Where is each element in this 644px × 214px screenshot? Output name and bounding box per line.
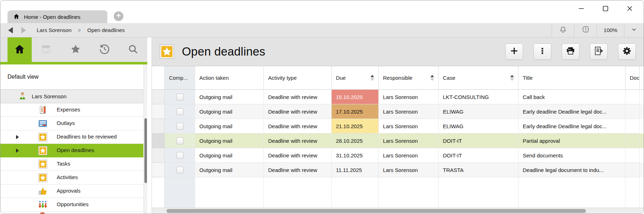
row-selector[interactable] — [152, 148, 165, 163]
maximize-icon — [602, 5, 609, 14]
maximize-button[interactable] — [601, 5, 610, 14]
outlays-card-icon — [38, 119, 47, 128]
sidebar-item-outlays[interactable]: Outlays — [0, 117, 147, 130]
title-cell: Deadline legal document to indu... — [518, 163, 625, 177]
more-options-button[interactable] — [533, 43, 551, 60]
home-icon — [14, 43, 25, 56]
chevron-down-icon — [631, 26, 637, 34]
sidebar-item-label: Open deadlines — [57, 147, 94, 153]
due-cell: 15.10.2025 — [332, 90, 379, 104]
table-row[interactable]: Outgoing mail Deadline with review 15.10… — [152, 90, 644, 104]
case-cell: DOIT-IT — [439, 148, 518, 163]
column-header-due[interactable]: Due — [332, 66, 379, 89]
row-selector[interactable] — [152, 90, 165, 104]
tab-title: Home - Open deadlines — [24, 14, 80, 20]
checkbox[interactable] — [177, 94, 183, 100]
expand-arrow-icon[interactable] — [16, 135, 19, 139]
deadlines-table: Comp... Action taken Activity type Due R… — [152, 66, 644, 214]
sidebar-item-approvals[interactable]: Approvals — [0, 184, 147, 198]
column-header-title[interactable]: Title — [518, 66, 625, 89]
row-selector[interactable] — [152, 104, 165, 119]
activity-type-cell: Deadline with review — [264, 134, 332, 148]
people-opportunities-icon — [38, 200, 47, 209]
column-header-case[interactable]: Case — [439, 66, 518, 89]
due-cell: 21.10.2025 — [332, 119, 379, 134]
sidebar-item-open-deadlines[interactable]: Open deadlines — [0, 144, 147, 157]
home-tab[interactable]: Home - Open deadlines — [7, 10, 107, 23]
sidebar-item-opportunities[interactable]: Opportunities — [0, 198, 147, 212]
print-button[interactable] — [562, 43, 579, 60]
zoom-dropdown-button[interactable] — [624, 23, 644, 37]
sidebar-tab-home[interactable] — [7, 37, 32, 62]
responsible-cell: Lars Sorenson — [379, 104, 439, 119]
back-button[interactable] — [8, 27, 13, 33]
breadcrumb-page[interactable]: Open deadlines — [87, 27, 125, 33]
forward-button[interactable] — [21, 27, 26, 33]
minimize-button[interactable] — [577, 5, 586, 14]
star-badge-icon — [38, 160, 47, 169]
table-row[interactable]: Outgoing mail Deadline with review 21.10… — [152, 119, 644, 134]
sidebar-user-node[interactable]: Lars Sorenson — [0, 90, 147, 103]
sidebar-tab-calendar[interactable] — [40, 37, 52, 62]
sidebar-tab-history[interactable] — [98, 37, 111, 62]
checkbox[interactable] — [177, 137, 183, 144]
sort-arrows-icon[interactable] — [507, 75, 514, 81]
sort-arrows-icon[interactable] — [428, 75, 434, 81]
user-avatar-icon — [18, 92, 27, 101]
navigation-bar: Lars Sorenson > Open deadlines 100% — [0, 23, 644, 37]
horizontal-scrollbar[interactable] — [152, 208, 644, 214]
column-header-action-taken[interactable]: Action taken — [195, 66, 264, 89]
checkbox[interactable] — [177, 152, 183, 159]
horizontal-scrollbar-thumb[interactable] — [167, 209, 586, 213]
sidebar-tab-favorites[interactable] — [70, 37, 82, 62]
table-empty-area — [152, 177, 644, 208]
table-row[interactable]: Outgoing mail Deadline with review 31.10… — [152, 148, 644, 163]
table-row[interactable]: Outgoing mail Deadline with review 28.10… — [152, 134, 644, 148]
settings-button[interactable] — [618, 43, 636, 60]
checkbox[interactable] — [177, 108, 183, 115]
activity-type-cell: Deadline with review — [264, 148, 332, 163]
add-button[interactable] — [505, 43, 523, 60]
new-tab-button[interactable] — [114, 11, 123, 21]
sidebar-item-label: Deadlines to be reviewed — [57, 134, 117, 140]
row-selector[interactable] — [152, 134, 165, 148]
table-row[interactable]: Outgoing mail Deadline with review 17.10… — [152, 104, 644, 119]
alerts-button[interactable] — [574, 23, 597, 37]
row-selector[interactable] — [152, 163, 165, 177]
row-gutter — [640, 104, 644, 119]
sidebar-scrollbar-thumb[interactable] — [144, 118, 147, 183]
export-document-button[interactable] — [590, 43, 608, 60]
close-button[interactable] — [625, 5, 634, 14]
completed-cell — [165, 104, 195, 119]
table-row[interactable]: Outgoing mail Deadline with review 11.11… — [152, 163, 644, 177]
breadcrumb-user[interactable]: Lars Sorenson — [37, 27, 72, 33]
checkbox[interactable] — [177, 123, 183, 130]
column-header-activity-type[interactable]: Activity type — [264, 66, 332, 89]
row-gutter — [640, 163, 644, 177]
receipt-icon — [38, 105, 47, 115]
column-header-documents[interactable]: Docu... — [625, 66, 640, 89]
kebab-menu-icon — [538, 47, 547, 57]
column-header-responsible[interactable]: Responsible — [379, 66, 439, 89]
sort-arrows-icon[interactable] — [368, 75, 374, 81]
row-gutter — [640, 134, 644, 148]
expand-arrow-icon[interactable] — [16, 148, 19, 153]
notifications-button[interactable] — [552, 23, 574, 37]
activity-type-cell: Deadline with review — [264, 119, 332, 134]
column-header-completed[interactable]: Comp... — [165, 66, 195, 89]
sidebar-tab-search[interactable] — [127, 37, 139, 62]
sidebar-item-tasks[interactable]: Tasks — [0, 157, 147, 171]
row-selector[interactable] — [152, 119, 165, 134]
sidebar-item-deadlines-to-be-reviewed[interactable]: Deadlines to be reviewed — [0, 130, 147, 144]
completed-cell — [165, 148, 195, 163]
sidebar-item-expenses[interactable]: Expenses — [0, 103, 147, 117]
sidebar-item-activities[interactable]: Activities — [0, 171, 147, 184]
checkbox[interactable] — [177, 167, 183, 173]
due-cell: 31.10.2025 — [332, 148, 379, 163]
sidebar-scrollbar[interactable] — [143, 64, 147, 214]
documents-cell — [625, 90, 640, 104]
zoom-level-button[interactable]: 100% — [597, 23, 624, 37]
action-taken-cell: Outgoing mail — [195, 90, 264, 104]
sidebar-tabbar — [0, 37, 147, 62]
sidebar: Default view Lars Sorenson Expenses Outl… — [0, 37, 147, 214]
